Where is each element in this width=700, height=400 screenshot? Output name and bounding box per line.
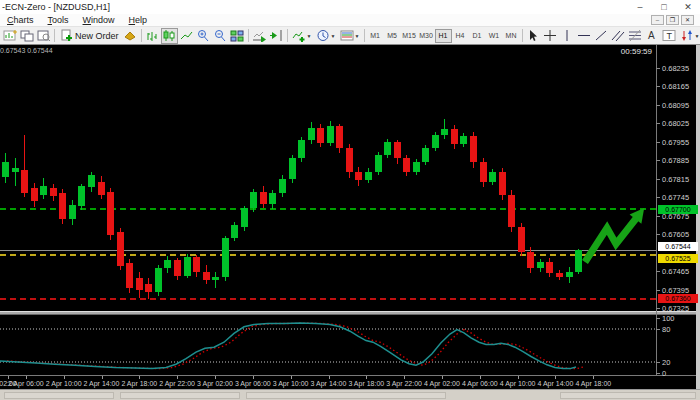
time-tick-mark — [518, 376, 519, 379]
candle — [250, 192, 257, 208]
trendline-tool[interactable] — [593, 28, 610, 44]
price-tick-label: 0.68165 — [662, 82, 689, 91]
candlestick-chart-button[interactable] — [161, 28, 178, 44]
cursor-tool[interactable] — [525, 28, 542, 44]
profiles-button[interactable] — [18, 28, 35, 44]
price-tick-label: 0.67885 — [662, 156, 689, 165]
candle — [12, 168, 19, 172]
arrows-tool[interactable]: ▼ — [678, 28, 700, 44]
price-tick-label: 0.68025 — [662, 119, 689, 128]
fibonacci-tool[interactable] — [627, 28, 644, 44]
candle — [203, 272, 210, 280]
timeframe-button-M30[interactable]: M30 — [418, 29, 435, 43]
candle — [384, 142, 391, 155]
menu-bar: ChartsToolsWindowHelp – ❐ ✕ — [0, 14, 700, 27]
close-icon[interactable]: ✕ — [676, 1, 700, 14]
indicator-tick-mark — [656, 329, 660, 330]
chart-close-icon[interactable]: ✕ — [681, 15, 694, 25]
indicators-button[interactable]: ▼ — [290, 28, 314, 44]
candle — [279, 179, 286, 193]
chart-plot[interactable]: 0.67543 0.67544 — [0, 45, 656, 311]
price-tick-mark — [656, 123, 660, 124]
candle-countdown-timer: 00:59:59 — [560, 47, 652, 56]
line-chart-button[interactable] — [178, 28, 195, 44]
timeframe-button-M5[interactable]: M5 — [384, 29, 401, 43]
menu-charts[interactable]: Charts — [0, 14, 41, 27]
candle — [308, 128, 315, 140]
time-tick-mark — [8, 376, 9, 379]
chart-minimize-icon[interactable]: – — [651, 15, 664, 25]
chart-restore-icon[interactable]: ❐ — [666, 15, 679, 25]
tile-windows-button[interactable] — [229, 28, 246, 44]
candle — [470, 136, 477, 162]
bar-chart-button[interactable] — [144, 28, 161, 44]
price-tick-label: 0.67325 — [662, 304, 689, 313]
time-tick-mark — [215, 376, 216, 379]
timeframe-button-MN[interactable]: MN — [503, 29, 520, 43]
candle — [164, 260, 171, 268]
candle — [126, 263, 133, 288]
candle — [184, 257, 191, 276]
candle — [31, 188, 38, 201]
timeframe-button-M1[interactable]: M1 — [367, 29, 384, 43]
menubar-items: ChartsToolsWindowHelp — [0, 14, 154, 27]
candle — [231, 225, 238, 238]
price-chip-resistance: 0.67700 — [658, 205, 698, 214]
candle — [40, 186, 47, 195]
candle — [155, 268, 162, 292]
timeframe-button-D1[interactable]: D1 — [469, 29, 486, 43]
market-watch-button[interactable] — [35, 28, 52, 44]
price-tick-mark — [656, 290, 660, 291]
candle — [298, 140, 305, 158]
chart-shift-button[interactable] — [268, 28, 285, 44]
timeframe-button-H1[interactable]: H1 — [435, 29, 452, 43]
candle — [260, 192, 267, 204]
periods-button[interactable]: ▼ — [314, 28, 338, 44]
channel-tool[interactable] — [610, 28, 627, 44]
candle — [317, 128, 324, 143]
text-label-tool[interactable]: T — [661, 28, 678, 44]
menu-tools[interactable]: Tools — [41, 14, 76, 27]
new-order-button[interactable]: New Order — [57, 28, 122, 44]
horizontal-line-tool[interactable] — [576, 28, 593, 44]
candle — [489, 172, 496, 182]
menu-help[interactable]: Help — [122, 14, 155, 27]
candle — [403, 158, 410, 172]
time-tick-mark — [329, 376, 330, 379]
indicator-tick-mark — [656, 318, 660, 319]
text-tool[interactable]: A — [644, 28, 661, 44]
templates-button[interactable]: ▼ — [338, 28, 362, 44]
time-tick-mark — [102, 376, 103, 379]
chart-area: 0.67543 0.67544 00:59:59 0.682350.681650… — [0, 45, 700, 400]
timeframe-button-W1[interactable]: W1 — [486, 29, 503, 43]
price-tick-mark — [656, 68, 660, 69]
expert-advisors-icon[interactable] — [122, 28, 139, 44]
auto-scroll-button[interactable] — [251, 28, 268, 44]
menu-window[interactable]: Window — [76, 14, 122, 27]
toolbar-separator — [141, 29, 142, 42]
timeframe-button-H4[interactable]: H4 — [452, 29, 469, 43]
indicator-tick-label: 80 — [662, 325, 670, 334]
vertical-line-tool[interactable] — [559, 28, 576, 44]
candle — [2, 162, 9, 177]
zoom-out-button[interactable] — [212, 28, 229, 44]
price-tick-mark — [656, 105, 660, 106]
minimize-icon[interactable]: – — [628, 1, 652, 14]
time-tick-mark — [555, 376, 556, 379]
price-tick-label: 0.67605 — [662, 230, 689, 239]
candle — [413, 162, 420, 172]
new-chart-button[interactable] — [1, 28, 18, 44]
crosshair-tool[interactable] — [542, 28, 559, 44]
candle — [327, 126, 334, 143]
price-tick-label: 0.67745 — [662, 193, 689, 202]
candle — [88, 175, 95, 187]
price-chip-support: 0.67525 — [658, 254, 698, 263]
zoom-in-button[interactable] — [195, 28, 212, 44]
indicator-pane[interactable] — [0, 315, 656, 375]
toolbar-separator — [364, 29, 365, 42]
price-chip-lower-support: 0.67360 — [658, 294, 698, 303]
maximize-icon[interactable]: □ — [652, 1, 676, 14]
timeframe-button-M15[interactable]: M15 — [401, 29, 418, 43]
chart-window-controls: – ❐ ✕ — [651, 15, 700, 25]
candle — [78, 186, 85, 206]
